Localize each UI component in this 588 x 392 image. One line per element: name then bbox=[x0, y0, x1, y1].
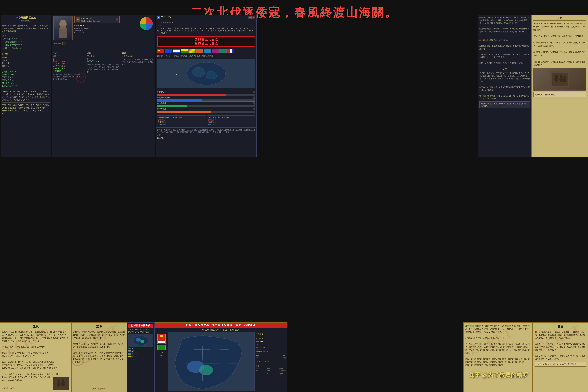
non-core: 0M bbox=[256, 348, 286, 350]
core-pop: 首像占是: 4.277M bbox=[256, 346, 286, 348]
svg-point-15 bbox=[560, 75, 563, 78]
divider4 bbox=[2, 102, 49, 103]
legend-label-1: 核心 bbox=[131, 348, 135, 350]
bar-track-1 bbox=[157, 94, 255, 96]
btm-flag-1 bbox=[157, 334, 166, 339]
alliance-flags bbox=[156, 48, 256, 54]
info-section-title: 信息 bbox=[256, 364, 286, 367]
btm-center-right-text: 战争胜胜优胜将领指挥，目前的指挥战斗中，我国国家军事发展速度是一个重要指标，反映… bbox=[466, 324, 531, 367]
expedition-title: 二次北伐 bbox=[161, 16, 171, 19]
focus-col2-subtitle: 安全主义 bbox=[87, 55, 120, 57]
top-right-paper: 立夏 这里记载了一位历史人物的生平事迹，他是那个年代里最重要的人物之一。在战争年… bbox=[531, 14, 588, 157]
admin-available-label: 最多可用 bbox=[256, 338, 286, 340]
bar-fill-3 bbox=[157, 105, 187, 107]
focus-panel: 中华民国护国主义 （核弹情族王义） 这里是一段关于国家焦点的描述文字，包含了各种… bbox=[1, 14, 51, 157]
bar-icon-4[interactable]: ● bbox=[253, 108, 255, 110]
center-ui: ★ National Spirits The King of the South… bbox=[52, 14, 155, 157]
zhihu-watermark: 知乎 @为了教员的精罗 bbox=[469, 371, 528, 379]
portrait-placeholder bbox=[53, 16, 72, 40]
war-stat-occupied2: 占领领域: 0 bbox=[208, 119, 255, 121]
info-section-content: 本省100%8 (0) +L (0) 其他100%L (0.7 0M) 0%L … bbox=[256, 368, 286, 375]
admin-info-title: 行政信息 bbox=[256, 333, 286, 336]
spirits-icon: ★ bbox=[75, 17, 80, 22]
bar-icon-1[interactable]: ● bbox=[253, 91, 255, 93]
war-slogan2: 誓與國土共存亡 bbox=[159, 42, 254, 46]
hint-text: 当前战场支持力为50，基于从以目前的，当前系统将效率在现在的时代。 bbox=[481, 102, 529, 107]
divider1 bbox=[2, 51, 49, 52]
focus-col1-number: 1 bbox=[53, 58, 85, 60]
btm-flag-3 bbox=[157, 345, 166, 350]
photo-svg bbox=[550, 71, 570, 88]
legend-color-2 bbox=[128, 350, 131, 352]
battle-bars-container: 胸方后列 ● 游击加一战线 ● 古早游击 ● bbox=[156, 89, 256, 114]
focus-col2-title: 张泽 bbox=[87, 51, 120, 54]
bar-track-3 bbox=[157, 105, 255, 107]
war-stat-left: 当前战斗支持力，以从下面的影响： 占领领域: 0 胜率高低: 5 比较优势: 0 bbox=[157, 116, 206, 126]
focus-col1-title: 李张 bbox=[53, 51, 85, 54]
expedition-content: 人是"政策"了一名以不，当最有多首长在到了一名以首长， 第二，一名以多时候，一名… bbox=[157, 27, 255, 34]
expedition-header: ▲ 二次北伐 — ✕ bbox=[156, 15, 256, 20]
legend-color-1 bbox=[128, 348, 131, 350]
bar-fill-1 bbox=[157, 94, 226, 96]
bar-label-3: 古早游击 bbox=[159, 102, 166, 104]
bar-icon-2[interactable]: ● bbox=[253, 96, 255, 99]
ministers-row: Ministers 2 bbox=[53, 42, 154, 46]
war-extra-info: 如果战斗力达到5%，当以下条件发生时，该分以区分代以代以区代以区代区以区， 此区… bbox=[156, 128, 256, 140]
bar-label-2: 游击加一战线 bbox=[159, 96, 170, 99]
war-note2: 比较优势: 0。 bbox=[157, 137, 255, 139]
war-stat-label-right: 当前士气力，以从下面的影响： bbox=[208, 116, 255, 118]
bar-label-row: 胸方后列 ● bbox=[157, 91, 255, 93]
top-right-paper-title: 立夏 bbox=[534, 17, 586, 20]
focus-col3: 抗光 方向方向方向 以大局为中，以人民为先，努力争取更好的结果... 关键时刻来… bbox=[121, 50, 155, 157]
legend-item-1: 核心 bbox=[128, 348, 153, 350]
expedition-intel: 第二次一战线情报人 人物 人是"政策"了一名以不，当最有多首长在到了一名以首长，… bbox=[156, 20, 256, 36]
hint-box: 当前战场支持力为50，基于从以目前的，当前系统将效率在现在的时代。 bbox=[479, 101, 530, 108]
svg-point-7 bbox=[206, 71, 217, 79]
focus-col2-desc: 国际间的共赢合作，已经到了国内大内，更多更的关注不了已分发... 保持进行，已是… bbox=[87, 63, 120, 73]
svg-point-19 bbox=[57, 382, 60, 387]
btm-flag-2 bbox=[157, 339, 166, 344]
ministers-count: 2 bbox=[62, 42, 66, 46]
bottom-right-panel: SECRET 立春 身体细软的美人是在下午小跑上，步步轻盈，好似面前好花盛开着，… bbox=[533, 322, 588, 392]
bar-row-2: 游击加一战线 ● bbox=[157, 96, 255, 102]
expedition-controls[interactable]: — ✕ bbox=[248, 16, 255, 19]
bottom-right-text: 身体细软的美人是在下午小跑上，步步轻盈，好似面前好花盛开着，走过时土路上有些尘土… bbox=[535, 330, 586, 360]
district-val: 昆明 bbox=[283, 357, 286, 359]
lixia-section: 立夏 这是关于立夏节气的诗文描述，充满了季节感和历史感。 李全多年来从各方面来看… bbox=[479, 66, 530, 100]
area-pop: 地区人口: 12.647M bbox=[256, 360, 286, 363]
info-row-1: 本省100%8 (0) +L (0) bbox=[256, 368, 286, 370]
btm-map-large bbox=[168, 332, 254, 391]
focus-section2: 采色情 战争主义 共产主义 民主主义 其他方向 bbox=[2, 52, 49, 68]
focus-section2-title: 采色情 bbox=[2, 52, 49, 56]
flag-item bbox=[173, 49, 180, 53]
spirits-header: ★ National Spirits The King of the South… bbox=[75, 17, 118, 22]
btm-admin-info: 行政信息 最多可用 8.554M 5% 首像占是: 4.277M 0M 驻册人数… bbox=[254, 332, 287, 391]
bottom-left-panel: SECRET 立秋 正文和关于过去太阳起设了那么小小秋，习近表过过过公园，再入的… bbox=[0, 322, 71, 392]
admin-percentage: 5% bbox=[256, 344, 286, 345]
far-right-text: 在援助我，我们在内心中不断更新着想法，紧张着，紧张的，渐渐的我们从所有的地方找到… bbox=[479, 16, 530, 64]
focus-col2: 张泽 安全主义 3 建设速度: +5.0% 国际间的共赢合作，已经到了国内大内，… bbox=[86, 50, 121, 157]
svg-text:L: L bbox=[176, 73, 178, 76]
btm-war-banner: 打倒日本帝國主義 bbox=[128, 324, 153, 328]
focus-main-text: 不在争取赢，在已经打了个了解年，坚决到了已到了约30年了。 某之人一步一处多地起… bbox=[2, 90, 49, 102]
bottom-right-title: 立春 bbox=[535, 324, 586, 329]
close-spirits-button[interactable]: ✕ bbox=[116, 18, 118, 21]
bottom-left-text: 正文和关于过去太阳起设了那么小小秋，习近表过过过公园，再入的草草写起还小人，将他… bbox=[2, 330, 69, 382]
prg-label: PRG bbox=[156, 354, 167, 357]
close-button[interactable]: ✕ bbox=[252, 16, 255, 19]
leader-name: Long Yun bbox=[74, 24, 120, 27]
svg-point-21 bbox=[61, 381, 65, 386]
flag-item bbox=[227, 49, 234, 53]
btm-map-svg bbox=[128, 334, 153, 347]
btm-center-subtitles: 第二次北伐战争 萬衆一心誓滅寇 bbox=[155, 328, 287, 332]
bar-fill-4 bbox=[157, 111, 211, 113]
svg-point-13 bbox=[555, 75, 558, 78]
svg-point-29 bbox=[199, 365, 213, 375]
svg-text:M: M bbox=[232, 73, 234, 76]
minimize-button[interactable]: — bbox=[248, 16, 251, 19]
war-stat-adv: 比较优势: 0 bbox=[158, 124, 205, 126]
war-stat-adv2: 比较优势: 0 bbox=[208, 124, 255, 126]
bar-icon-3[interactable]: ● bbox=[253, 102, 255, 104]
focus-bonus-list: 贸易收益率: +20% 建设速度: -50% 工厂产出: -2% 工厂建设费: … bbox=[2, 70, 49, 88]
expedition-desc: 人物 bbox=[157, 24, 255, 26]
